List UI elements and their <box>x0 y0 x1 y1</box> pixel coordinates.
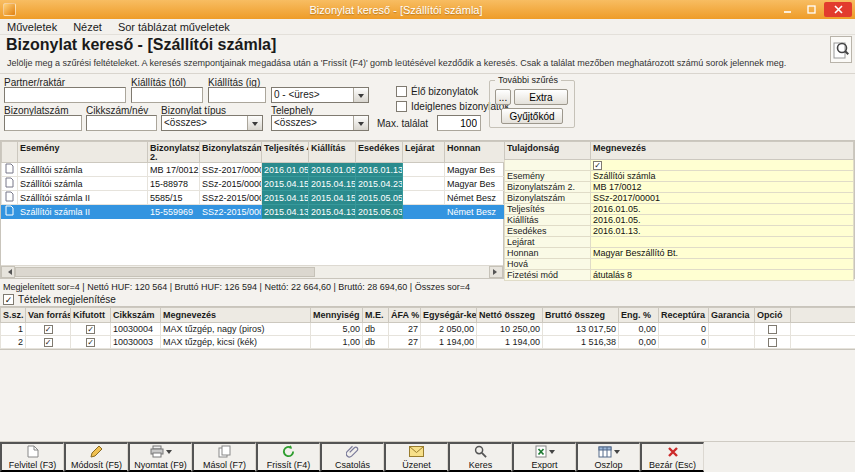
column-header-megnevezes[interactable]: Megnevezés <box>161 308 311 323</box>
column-header-esedekes[interactable]: Esedékes <box>356 142 403 163</box>
property-row[interactable]: BizonylatszámSSz-2017/00001 <box>505 193 854 204</box>
property-row[interactable]: Bizonylatszám 2.MB 17/0012 <box>505 182 854 193</box>
modosit-button[interactable]: Módosít (F5) <box>64 442 128 472</box>
felvitel-button[interactable]: Felvitel (F3) <box>0 442 64 472</box>
ures-select[interactable]: 0 - <üres> <box>271 87 369 103</box>
dropdown-arrow-icon[interactable] <box>549 450 555 457</box>
partner-input[interactable] <box>4 87 126 103</box>
property-row[interactable]: EseménySzállítói számla <box>505 171 854 182</box>
search-icon <box>474 445 487 458</box>
scroll-right-button[interactable] <box>489 266 503 278</box>
column-header-kiallitas[interactable]: Kiállítás <box>309 142 356 163</box>
opcio-checkbox <box>768 325 777 334</box>
more-options-button[interactable]: ... <box>495 89 511 105</box>
table-row[interactable]: Szállítói számla MB 17/0012 SSz-2017/000… <box>2 163 506 177</box>
gyujtokod-button[interactable]: Gyűjtőkód <box>501 108 563 124</box>
menu-muveletek[interactable]: Műveletek <box>7 21 57 33</box>
nyomtat-button[interactable]: Nyomtat (F9) <box>128 442 192 472</box>
elo-bizonylatok-checkbox[interactable]: Élő bizonylatok <box>396 86 478 97</box>
column-header-netto-osszeg[interactable]: Nettó összeg <box>477 308 543 323</box>
envelope-icon <box>409 446 424 457</box>
column-header-receptura[interactable]: Receptúra <box>659 308 709 323</box>
uzenet-button[interactable]: Üzenet <box>384 442 448 472</box>
bezar-button[interactable]: Bezár (Esc) <box>640 442 704 472</box>
table-row-selected[interactable]: Szállítói számla II 15-559969 SSz2-2015/… <box>2 205 506 219</box>
search-document-button[interactable] <box>830 36 852 63</box>
kiallitas-tol-input[interactable] <box>131 87 203 103</box>
results-grid: Esemény Bizonylatszám 2. Bizonylatszám T… <box>0 140 504 279</box>
item-row[interactable]: 2 ✓ ✓ 10030003 MAX tűzgép, kicsi (kék) 1… <box>1 336 855 349</box>
titlebar: Bizonylat kereső - [Szállítói számla] <box>0 0 855 19</box>
column-header-opcio[interactable]: Opció <box>755 308 791 323</box>
csatolas-button[interactable]: Csatolás <box>320 442 384 472</box>
chevron-down-icon[interactable] <box>353 88 368 102</box>
export-button[interactable]: Export <box>512 442 576 472</box>
property-row[interactable]: Kiállítás2016.01.05. <box>505 215 854 226</box>
column-header-teljesites[interactable]: Teljesítés▲ <box>262 142 309 163</box>
property-row[interactable]: HonnanMagyar Beszállító Bt. <box>505 248 854 259</box>
kifutott-checkbox: ✓ <box>86 325 95 334</box>
column-header-mennyiseg[interactable]: Mennyiség <box>311 308 363 323</box>
chevron-down-icon[interactable] <box>353 116 368 130</box>
bizonylat-tipus-select[interactable]: <összes> <box>161 115 263 131</box>
property-row[interactable]: Lejárat <box>505 237 854 248</box>
column-header-kifutott[interactable]: Kifutott <box>71 308 111 323</box>
copy-icon <box>218 445 231 458</box>
checkbox-box[interactable]: ✓ <box>3 294 14 305</box>
items-grid-header-row: S.sz. Van forrás Kifutott Cikkszám Megne… <box>1 308 855 323</box>
item-row[interactable]: 1 ✓ ✓ 10030004 MAX tűzgép, nagy (piros) … <box>1 323 855 336</box>
table-row[interactable]: Szállítói számla II 5585/15 SSz2-2015/00… <box>2 191 506 205</box>
column-header-megnevezes[interactable]: Megnevezés <box>591 142 854 160</box>
column-header-bizonylatszam2[interactable]: Bizonylatszám 2. <box>148 142 200 163</box>
column-header-bizonylatszam[interactable]: Bizonylatszám <box>200 142 262 163</box>
horizontal-scrollbar[interactable] <box>1 265 503 278</box>
kiallitas-ig-input[interactable] <box>208 87 266 103</box>
van-forras-checkbox: ✓ <box>44 325 53 334</box>
checkbox-box[interactable] <box>396 86 407 97</box>
document-row-icon <box>5 191 14 202</box>
frissit-button[interactable]: Frissít (F4) <box>256 442 320 472</box>
column-header-afa[interactable]: ÁFA % <box>389 308 421 323</box>
column-header-garancia[interactable]: Garancia <box>709 308 755 323</box>
table-row[interactable]: Szállítói számla 15-88978 SSz-2015/00001… <box>2 177 506 191</box>
cikkszam-input[interactable] <box>86 115 157 131</box>
chevron-down-icon[interactable] <box>247 116 262 130</box>
property-row[interactable]: Esedékes2016.01.13. <box>505 226 854 237</box>
minimize-button[interactable] <box>776 2 798 17</box>
column-header-lejarat[interactable]: Lejárat <box>403 142 445 163</box>
telephely-select[interactable]: <összes> <box>271 115 369 131</box>
keres-button[interactable]: Keres <box>448 442 512 472</box>
checkbox-box[interactable] <box>396 101 407 112</box>
tetelek-megjelenitese-checkbox[interactable]: ✓ Tételek megjelenítése <box>3 294 116 305</box>
property-row[interactable]: Teljesítés2016.01.05. <box>505 204 854 215</box>
dropdown-arrow-icon[interactable] <box>166 450 172 457</box>
dropdown-arrow-icon[interactable] <box>614 450 620 457</box>
menu-nezet[interactable]: Nézet <box>73 21 102 33</box>
oszlop-button[interactable]: Oszlop <box>576 442 640 472</box>
column-header-esemeny[interactable]: Esemény <box>18 142 148 163</box>
scroll-left-button[interactable] <box>1 266 15 278</box>
property-row[interactable]: Hová <box>505 259 854 270</box>
column-header-egysegar[interactable]: Egységár-ke <box>421 308 477 323</box>
column-header-ssz[interactable]: S.sz. <box>1 308 26 323</box>
scrollbar-thumb[interactable] <box>15 267 315 277</box>
property-filter-row[interactable]: ✓ <box>505 160 854 171</box>
extra-button[interactable]: Extra <box>514 89 568 105</box>
column-header-tulajdonsag[interactable]: Tulajdonság <box>505 142 591 160</box>
column-header-honnan[interactable]: Honnan <box>445 142 506 163</box>
bizonylatszam-input[interactable] <box>4 115 82 131</box>
property-row[interactable]: Fizetési módátutalás 8 <box>505 270 854 281</box>
maximize-button[interactable] <box>800 2 822 17</box>
close-button[interactable] <box>824 2 852 17</box>
column-header-eng[interactable]: Eng. % <box>619 308 659 323</box>
masol-button[interactable]: Másol (F7) <box>192 442 256 472</box>
max-talalat-label: Max. találat <box>377 118 428 129</box>
menu-sor-tablazat-muveletek[interactable]: Sor táblázat műveletek <box>118 21 230 33</box>
column-header-van-forras[interactable]: Van forrás <box>26 308 71 323</box>
filter-checkbox[interactable]: ✓ <box>593 161 602 170</box>
opcio-checkbox <box>768 338 777 347</box>
column-header-me[interactable]: M.E. <box>363 308 389 323</box>
max-talalat-input[interactable] <box>437 115 481 131</box>
column-header-brutto-osszeg[interactable]: Bruttó összeg <box>543 308 619 323</box>
column-header-cikkszam[interactable]: Cikkszám <box>111 308 161 323</box>
